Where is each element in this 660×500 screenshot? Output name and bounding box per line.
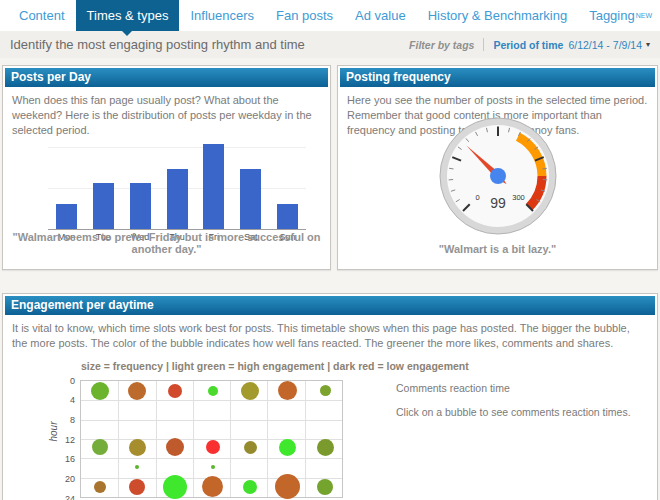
gauge-chart: 030099 bbox=[438, 116, 558, 236]
bar-thu[interactable] bbox=[159, 135, 196, 229]
tab-times-types[interactable]: Times & types bbox=[76, 0, 180, 31]
chevron-down-icon: ▾ bbox=[646, 40, 650, 49]
insight-quote: "Walmart is a bit lazy." bbox=[338, 243, 657, 255]
bar-mon[interactable] bbox=[48, 135, 85, 229]
gauge-part bbox=[490, 168, 506, 184]
gauge-text: 0 bbox=[475, 193, 479, 202]
y-tick-label: 16 bbox=[45, 454, 75, 464]
period-label: Period of time bbox=[493, 39, 563, 51]
y-tick-label: 8 bbox=[45, 415, 75, 425]
engagement-bubble[interactable] bbox=[163, 475, 187, 499]
engagement-bubble[interactable] bbox=[92, 439, 108, 455]
tab-label: Influencers bbox=[190, 8, 254, 23]
engagement-bubble[interactable] bbox=[241, 382, 259, 400]
insight-quote: "Walmart seems to prefer Friday but is m… bbox=[3, 231, 330, 255]
tab-label: Fan posts bbox=[276, 8, 333, 23]
panel-title: Posts per Day bbox=[5, 68, 328, 87]
engagement-bubble[interactable] bbox=[317, 479, 333, 495]
engagement-bubble[interactable] bbox=[317, 439, 334, 456]
engagement-bubble-chart bbox=[80, 380, 343, 498]
tab-history-benchmarking[interactable]: History & Benchmarking bbox=[417, 0, 578, 31]
tab-fan-posts[interactable]: Fan posts bbox=[265, 0, 344, 31]
tab-content[interactable]: Content bbox=[8, 0, 76, 31]
tab-label: History & Benchmarking bbox=[428, 8, 567, 23]
engagement-bubble[interactable] bbox=[206, 440, 220, 454]
panel-title: Posting frequency bbox=[340, 68, 655, 87]
engagement-bubble[interactable] bbox=[129, 439, 146, 456]
panel-description: It is vital to know, which time slots wo… bbox=[5, 315, 655, 351]
engagement-bubble[interactable] bbox=[91, 382, 109, 400]
engagement-bubble[interactable] bbox=[279, 439, 296, 456]
tab-influencers[interactable]: Influencers bbox=[179, 0, 265, 31]
y-tick-label: 0 bbox=[45, 376, 75, 386]
gauge-text: 99 bbox=[490, 195, 506, 211]
bubble-chart-legend: size = frequency | light green = high en… bbox=[81, 360, 469, 372]
engagement-bubble[interactable] bbox=[320, 385, 331, 396]
bar-rect bbox=[130, 183, 151, 229]
bar-rect bbox=[203, 144, 224, 229]
bubble-click-hint: Click on a bubble to see comments reacti… bbox=[396, 406, 631, 418]
bar-tue[interactable] bbox=[85, 135, 122, 229]
engagement-bubble[interactable] bbox=[94, 481, 106, 493]
engagement-bubble[interactable] bbox=[211, 465, 215, 469]
sub-header-bar: Identify the most engaging posting rhyth… bbox=[0, 31, 660, 58]
tab-label: Times & types bbox=[87, 8, 169, 23]
panel-description: When does this fan page usually post? Wh… bbox=[5, 87, 328, 139]
engagement-bubble[interactable] bbox=[135, 465, 139, 469]
panel-title: Engagement per daytime bbox=[5, 296, 655, 315]
engagement-bubble[interactable] bbox=[166, 438, 184, 456]
bar-sun[interactable] bbox=[269, 135, 306, 229]
posts-per-day-bar-chart bbox=[48, 135, 306, 230]
bar-rect bbox=[167, 169, 188, 229]
period-value: 6/12/14 - 7/9/14 bbox=[568, 39, 642, 51]
gauge-text: 300 bbox=[512, 193, 525, 202]
page-subtitle: Identify the most engaging posting rhyth… bbox=[10, 37, 305, 52]
filter-by-tags-link[interactable]: Filter by tags bbox=[409, 39, 474, 51]
y-tick-label: 4 bbox=[45, 395, 75, 405]
tab-tagging[interactable]: TaggingNEW bbox=[578, 0, 660, 31]
tab-label: Content bbox=[19, 8, 65, 23]
engagement-bubble[interactable] bbox=[208, 386, 218, 396]
bar-rect bbox=[240, 169, 261, 229]
engagement-bubble[interactable] bbox=[243, 480, 257, 494]
y-tick-label: 12 bbox=[45, 435, 75, 445]
header-controls: Filter by tags Period of time 6/12/14 - … bbox=[409, 38, 650, 51]
engagement-bubble[interactable] bbox=[129, 479, 145, 495]
period-of-time-selector[interactable]: Period of time 6/12/14 - 7/9/14 ▾ bbox=[493, 39, 650, 51]
comments-reaction-time-label: Comments reaction time bbox=[396, 382, 510, 394]
posting-frequency-gauge: 030099 bbox=[438, 116, 558, 240]
gauge-part bbox=[449, 168, 453, 169]
engagement-bubble[interactable] bbox=[244, 441, 257, 454]
engagement-per-daytime-panel: Engagement per daytime It is vital to kn… bbox=[2, 293, 658, 500]
y-tick-label: 20 bbox=[45, 474, 75, 484]
engagement-bubble[interactable] bbox=[275, 474, 300, 499]
gauge-part bbox=[542, 168, 546, 169]
bar-wed[interactable] bbox=[122, 135, 159, 229]
engagement-bubble[interactable] bbox=[128, 382, 146, 400]
posts-per-day-panel: Posts per Day When does this fan page us… bbox=[2, 65, 331, 270]
y-tick-label: 24 bbox=[45, 494, 75, 500]
tab-label: Ad value bbox=[355, 8, 406, 23]
bar-rect bbox=[93, 183, 114, 229]
gridline-horizontal bbox=[81, 458, 342, 459]
bar-rect bbox=[277, 204, 298, 229]
engagement-bubble[interactable] bbox=[168, 384, 182, 398]
tab-ad-value[interactable]: Ad value bbox=[344, 0, 417, 31]
posting-frequency-panel: Posting frequency Here you see the numbe… bbox=[337, 65, 658, 270]
bar-sat[interactable] bbox=[232, 135, 269, 229]
engagement-bubble[interactable] bbox=[278, 381, 297, 400]
divider bbox=[483, 38, 484, 51]
new-badge: NEW bbox=[636, 12, 652, 19]
tab-label: Tagging bbox=[589, 8, 635, 23]
bar-fri[interactable] bbox=[195, 135, 232, 229]
gridline-horizontal bbox=[81, 420, 342, 421]
gridline-horizontal bbox=[81, 400, 342, 401]
bar-rect bbox=[56, 204, 77, 229]
top-nav: ContentTimes & typesInfluencersFan posts… bbox=[0, 0, 660, 31]
engagement-bubble[interactable] bbox=[202, 476, 223, 497]
